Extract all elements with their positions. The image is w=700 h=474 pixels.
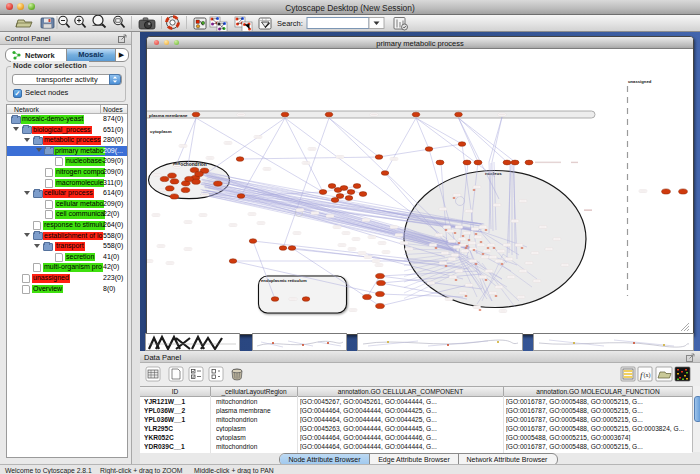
svg-text:cytoplasm: cytoplasm — [150, 129, 172, 134]
svg-text:plasma membrane: plasma membrane — [149, 113, 188, 118]
svg-text:Search:: Search: — [277, 19, 303, 28]
svg-text:unassigned: unassigned — [628, 79, 652, 84]
svg-text:(x): (x) — [644, 372, 651, 379]
